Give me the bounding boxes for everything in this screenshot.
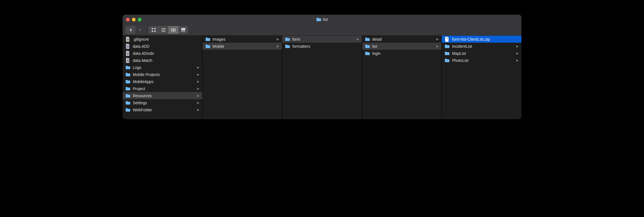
svg-rect-11 [181,31,182,32]
item-label: .gitignore [133,37,199,42]
list-item[interactable]: Settings▶ [123,99,202,106]
toolbar [123,24,521,36]
list-view-button[interactable] [158,26,168,34]
folder-icon [205,37,210,42]
db-file-icon [125,44,130,49]
folder-icon [445,44,450,49]
list-item[interactable]: login [362,50,442,57]
window-title-label: list [323,17,328,22]
list-item[interactable]: formatters [282,43,362,50]
list-item[interactable]: IncidentList▶ [442,43,521,50]
list-item[interactable]: data.4DIndx [123,50,202,57]
svg-rect-4 [162,28,166,29]
chevron-right-icon: ▶ [197,87,199,90]
forward-button[interactable] [135,26,145,34]
folder-icon [125,86,130,91]
list-item[interactable]: Resources▶ [123,92,202,99]
chevron-right-icon: ▶ [197,73,199,76]
list-item[interactable]: Logs▶ [123,64,202,71]
folder-icon [445,51,450,56]
chevron-right-icon: ▶ [197,94,199,97]
item-label: Mobile [213,44,275,49]
svg-rect-1 [154,28,156,29]
folder-icon [365,37,370,42]
item-label: detail [372,37,434,42]
item-label: WebFolder [133,108,195,112]
list-item[interactable]: form-list-ClientList.zip [442,36,521,43]
item-label: form-list-ClientList.zip [452,37,519,42]
chevron-right-icon: ▶ [277,45,279,48]
db-file-icon [125,51,130,56]
folder-icon [125,65,130,70]
list-item[interactable]: data.4DD [123,43,202,50]
folder-icon [285,44,290,49]
svg-rect-17 [447,38,448,38]
chevron-right-icon: ▶ [277,38,279,41]
chevron-right-icon: ▶ [357,38,359,41]
back-button[interactable] [125,26,135,34]
list-item[interactable]: Images▶ [203,36,282,43]
item-label: form [292,37,354,42]
item-label: data.Match [133,58,199,63]
item-label: login [372,51,439,56]
chevron-right-icon: ▶ [197,80,199,83]
chevron-right-icon: ▶ [516,52,519,55]
list-item[interactable]: Mobile Projects▶ [123,71,202,78]
svg-rect-5 [162,30,166,30]
icon-view-button[interactable] [149,26,158,34]
svg-rect-0 [152,28,153,29]
item-label: Images [213,37,275,42]
list-item[interactable]: MapList▶ [442,50,521,57]
svg-rect-19 [447,39,448,39]
svg-rect-12 [183,31,184,32]
chevron-right-icon: ▶ [436,38,439,41]
zoom-button[interactable] [138,18,142,21]
column: form-list-ClientList.zipIncidentList▶Map… [442,36,521,119]
list-item[interactable]: Project▶ [123,85,202,92]
list-item[interactable]: form▶ [282,36,362,43]
svg-rect-16 [447,37,447,38]
chevron-right-icon: ▶ [197,66,199,69]
item-label: Settings [133,101,195,105]
item-label: IncidentList [452,44,514,49]
list-item[interactable]: detail▶ [362,36,442,43]
finder-window: list .gitignoredata.4DDd [123,15,521,119]
item-label: Resources [133,94,195,98]
folder-icon [205,44,210,49]
column: Images▶Mobile▶ [203,36,282,119]
svg-rect-18 [447,38,447,39]
svg-rect-10 [181,28,185,31]
chevron-right-icon: ▶ [197,108,199,111]
list-item[interactable]: WebFolder▶ [123,106,202,113]
svg-rect-8 [173,28,174,32]
item-label: MobileApps [133,79,195,84]
minimize-button[interactable] [132,18,136,21]
item-label: formatters [292,44,359,49]
chevron-right-icon: ▶ [197,101,199,104]
gallery-view-button[interactable] [178,26,188,34]
svg-rect-2 [152,31,153,32]
nav-buttons [125,26,145,34]
chevron-right-icon: ▶ [516,59,519,62]
item-label: PhotoList [452,58,514,63]
gear-file-icon [125,37,130,42]
list-item[interactable]: .gitignore [123,36,202,43]
item-label: Project [133,86,195,91]
folder-icon [125,93,130,98]
close-button[interactable] [126,18,130,21]
item-label: data.4DD [133,44,199,49]
list-item[interactable]: PhotoList▶ [442,57,521,64]
list-item[interactable]: MobileApps▶ [123,78,202,85]
traffic-lights [126,18,142,21]
item-label: list [372,44,434,49]
list-item[interactable]: list▶ [362,43,442,50]
list-item[interactable]: data.Match [123,57,202,64]
column-view-button[interactable] [168,26,178,34]
folder-icon [125,107,130,112]
svg-rect-7 [171,28,172,32]
folder-icon [316,17,321,22]
list-item[interactable]: Mobile▶ [203,43,282,50]
column: form▶formatters [282,36,362,119]
folder-icon [125,72,130,77]
column-browser: .gitignoredata.4DDdata.4DIndxdata.MatchL… [123,36,521,119]
